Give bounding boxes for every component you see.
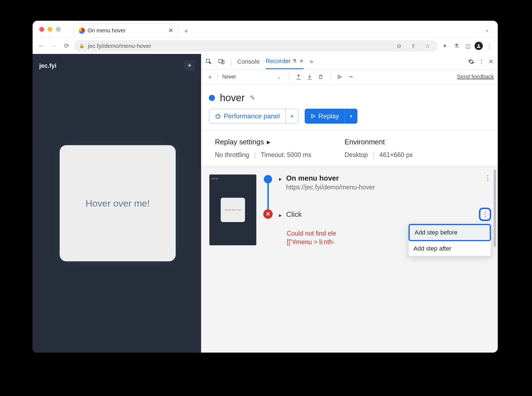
- new-recording-button[interactable]: ＋: [205, 72, 215, 82]
- settings-icon[interactable]: [468, 58, 475, 65]
- step-thumbnail: jec.fyi Hover over me!: [209, 174, 256, 245]
- recording-status-dot: [209, 95, 215, 101]
- maximize-window-icon[interactable]: [56, 27, 61, 32]
- dimensions-value: 461×660 px: [380, 151, 413, 159]
- breakpoint-icon[interactable]: [346, 72, 355, 81]
- close-tab-icon[interactable]: ✕: [168, 27, 173, 34]
- browser-tab[interactable]: On menu hover ✕: [73, 24, 178, 37]
- edit-title-icon[interactable]: ✎: [250, 94, 255, 102]
- step-menu-icon-highlighted[interactable]: ⋮: [479, 208, 491, 221]
- device-value: Desktop: [344, 151, 368, 159]
- zoom-icon[interactable]: ⊖: [394, 41, 404, 51]
- recording-selector[interactable]: hover: [220, 72, 275, 81]
- browser-window: On menu hover ✕ ＋ ⌄ ← → ⟳ 🔒 jec.fyi/demo…: [33, 21, 498, 353]
- content-area: jec.fyi ☀ Hover over me! Console: [33, 54, 498, 353]
- performance-panel-dropdown[interactable]: ▾: [286, 109, 299, 124]
- tab-recorder[interactable]: Recorder ⚗ ✕: [266, 54, 304, 69]
- close-window-icon[interactable]: [39, 27, 44, 32]
- devtools-panel: Console Recorder ⚗ ✕ » ⋮ ✕ ＋: [201, 54, 498, 353]
- more-tabs-icon[interactable]: »: [310, 58, 313, 65]
- site-title: jec.fyi: [39, 62, 56, 69]
- thumb-card: Hover over me!: [221, 198, 245, 222]
- lock-icon: 🔒: [79, 43, 85, 48]
- recorder-settings: Replay settings ▸ No throttling | Timeou…: [201, 130, 498, 166]
- step-navigate[interactable]: ▸ On menu hover https://jec.fyi/demo/men…: [279, 174, 491, 191]
- recorder-actions: Performance panel ▾ Replay ▾: [201, 109, 498, 130]
- tab-console[interactable]: Console: [237, 54, 260, 69]
- rendered-page: jec.fyi ☀ Hover over me!: [33, 54, 201, 353]
- step-error-text: Could not find ele [["#menu > li:nth-: [287, 229, 336, 246]
- device-toggle-icon[interactable]: [218, 58, 225, 65]
- send-feedback-link[interactable]: Send feedback: [457, 74, 494, 80]
- theme-toggle-button[interactable]: ☀: [184, 60, 195, 71]
- import-icon[interactable]: [305, 72, 314, 81]
- expand-step-icon[interactable]: ▸: [279, 176, 282, 182]
- share-icon[interactable]: ⇧: [408, 41, 418, 51]
- export-icon[interactable]: [294, 72, 303, 81]
- tabs-overflow-icon[interactable]: ⌄: [485, 26, 489, 33]
- performance-panel-button[interactable]: Performance panel ▾: [209, 109, 299, 124]
- url-text: jec.fyi/demo/menu-hover: [88, 43, 151, 49]
- recording-title: hover: [220, 92, 245, 104]
- step-url: https://jec.fyi/demo/menu-hover: [286, 184, 375, 191]
- flask-icon: ⚗: [292, 58, 297, 64]
- hover-card[interactable]: Hover over me!: [60, 145, 176, 261]
- devtools-tabs: Console Recorder ⚗ ✕ » ⋮ ✕: [201, 54, 498, 69]
- timeout-value: Timeout: 5000 ms: [261, 151, 311, 159]
- chevron-down-icon[interactable]: ⌄: [277, 74, 281, 80]
- thumb-site-title: jec.fyi: [212, 177, 218, 180]
- browser-toolbar: ← → ⟳ 🔒 jec.fyi/demo/menu-hover ⊖ ⇧ ☆ ✦ …: [33, 37, 498, 54]
- scrollbar[interactable]: [493, 166, 497, 353]
- svg-point-4: [216, 114, 220, 119]
- devtools-menu-icon[interactable]: ⋮: [478, 58, 484, 65]
- expand-step-icon[interactable]: ▸: [279, 212, 282, 218]
- menu-add-step-before[interactable]: Add step before: [409, 224, 491, 241]
- forward-button[interactable]: →: [49, 41, 59, 51]
- new-tab-button[interactable]: ＋: [181, 25, 192, 36]
- step-click[interactable]: ▸ Click ⋮: [279, 208, 491, 221]
- step-menu-icon[interactable]: ⋮: [484, 174, 491, 182]
- extensions-icon[interactable]: ✦: [440, 41, 450, 51]
- back-button[interactable]: ←: [36, 41, 46, 51]
- step-name: Click: [286, 210, 302, 219]
- bookmark-icon[interactable]: ☆: [423, 41, 433, 51]
- recording-title-row: hover ✎: [201, 84, 498, 109]
- throttling-value: No throttling: [215, 151, 249, 159]
- close-devtools-icon[interactable]: ✕: [488, 58, 493, 65]
- scrollbar-thumb[interactable]: [494, 170, 496, 247]
- minimize-window-icon[interactable]: [48, 27, 52, 32]
- address-bar[interactable]: 🔒 jec.fyi/demo/menu-hover ⊖ ⇧ ☆: [74, 40, 438, 52]
- steps-panel: jec.fyi Hover over me! ✕ ▸ On menu hover…: [201, 166, 498, 353]
- replay-button[interactable]: Replay ▾: [305, 109, 357, 124]
- delete-icon[interactable]: [316, 72, 325, 81]
- caret-right-icon: ▸: [267, 138, 270, 146]
- replay-dropdown[interactable]: ▾: [345, 109, 357, 124]
- labs-icon[interactable]: ⚗: [451, 41, 461, 51]
- tab-title: On menu hover: [88, 27, 165, 34]
- toolbar-right: ✦ ⚗ ◫ ⋮: [440, 41, 494, 51]
- replay-settings-heading[interactable]: Replay settings ▸: [215, 138, 311, 146]
- browser-menu-icon[interactable]: ⋮: [484, 41, 494, 51]
- close-panel-icon[interactable]: ✕: [299, 58, 304, 64]
- context-menu: Add step before Add step after: [408, 224, 491, 256]
- timeline-start-dot: [264, 175, 272, 183]
- window-controls: [39, 27, 61, 32]
- reload-button[interactable]: ⟳: [61, 41, 72, 51]
- favicon-icon: [79, 28, 85, 34]
- menu-add-step-after[interactable]: Add step after: [409, 241, 491, 256]
- step-title: On menu hover: [286, 174, 375, 183]
- timeline-error-icon: ✕: [263, 209, 273, 219]
- hover-card-text: Hover over me!: [86, 198, 150, 209]
- step-play-icon[interactable]: [335, 72, 344, 81]
- recorder-toolbar: ＋ hover ⌄: [201, 69, 498, 84]
- environment-heading: Environment: [344, 138, 413, 146]
- svg-point-0: [478, 44, 480, 46]
- tab-strip: On menu hover ✕ ＋ ⌄: [33, 21, 498, 37]
- profile-avatar[interactable]: [475, 42, 483, 50]
- inspect-icon[interactable]: [206, 58, 212, 65]
- sidepanel-icon[interactable]: ◫: [463, 41, 473, 51]
